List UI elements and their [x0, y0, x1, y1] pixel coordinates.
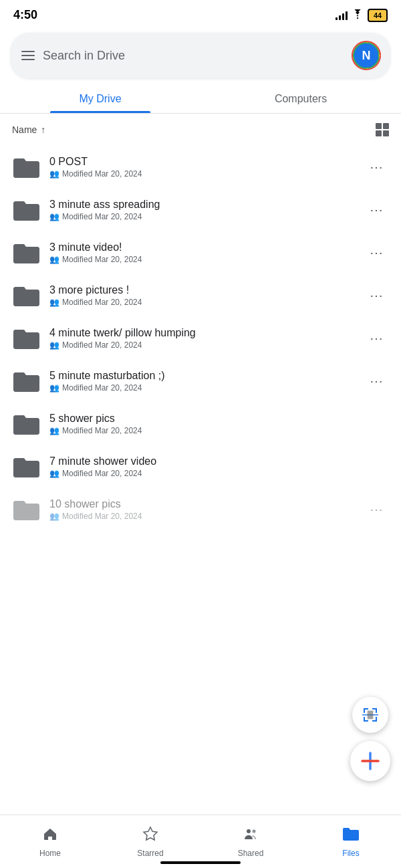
file-info: 0 POST 👥 Modified Mar 20, 2024	[49, 156, 355, 179]
file-meta: 👥 Modified Mar 20, 2024	[49, 512, 355, 521]
nav-files[interactable]: Files	[301, 815, 401, 868]
more-options-button[interactable]: ⋯	[364, 158, 389, 176]
status-icons: 44	[336, 9, 388, 22]
folder-icon	[12, 155, 40, 179]
files-folder-icon	[342, 826, 360, 846]
more-options-button[interactable]: ⋯	[364, 201, 389, 219]
more-options-button[interactable]: ⋯	[364, 244, 389, 261]
file-list: 0 POST 👥 Modified Mar 20, 2024 ⋯ 3 minut…	[0, 146, 401, 584]
svg-point-14	[247, 829, 251, 833]
signal-icon	[336, 11, 348, 20]
nav-shared-label: Shared	[238, 849, 264, 858]
folder-icon	[12, 455, 40, 479]
search-input[interactable]: Search in Drive	[43, 49, 345, 63]
star-icon	[142, 826, 158, 846]
svg-rect-4	[376, 708, 377, 713]
search-bar[interactable]: Search in Drive N	[11, 33, 390, 78]
home-indicator	[160, 861, 241, 864]
file-name: 3 minute ass spreading	[49, 199, 355, 211]
file-name: 10 shower pics	[49, 498, 355, 510]
wifi-icon	[352, 9, 364, 21]
file-meta: 👥 Modified Mar 20, 2024	[49, 298, 355, 307]
home-icon	[42, 826, 58, 846]
list-item[interactable]: 7 minute shower video 👥 Modified Mar 20,…	[0, 445, 401, 488]
list-item[interactable]: 0 POST 👥 Modified Mar 20, 2024 ⋯	[0, 146, 401, 189]
file-name: 3 more pictures !	[49, 284, 355, 296]
tabs: My Drive Computers	[0, 84, 401, 114]
file-name: 7 minute shower video	[49, 455, 355, 467]
file-name: 0 POST	[49, 156, 355, 168]
svg-rect-8	[376, 717, 377, 722]
file-meta: 👥 Modified Mar 20, 2024	[49, 255, 355, 264]
folder-icon	[12, 369, 40, 393]
list-item[interactable]: 4 minute twerk/ pillow humping 👥 Modifie…	[0, 317, 401, 360]
list-item[interactable]: 10 shower pics 👥 Modified Mar 20, 2024 ⋯	[0, 488, 401, 531]
status-time: 4:50	[13, 8, 37, 22]
nav-home-label: Home	[39, 849, 61, 858]
nav-starred[interactable]: Starred	[100, 815, 200, 868]
nav-home[interactable]: Home	[0, 815, 100, 868]
nav-shared[interactable]: Shared	[200, 815, 301, 868]
svg-rect-11	[368, 711, 373, 719]
file-meta: 👥 Modified Mar 20, 2024	[49, 426, 355, 435]
status-bar: 4:50 44	[0, 0, 401, 27]
file-name: 3 minute video!	[49, 241, 355, 253]
file-info: 3 more pictures ! 👥 Modified Mar 20, 202…	[49, 284, 355, 307]
file-meta: 👥 Modified Mar 20, 2024	[49, 212, 355, 221]
file-info: 5 shower pics 👥 Modified Mar 20, 2024	[49, 413, 355, 435]
more-options-button[interactable]: ⋯	[364, 501, 389, 518]
folder-icon	[12, 326, 40, 350]
list-item[interactable]: 5 shower pics 👥 Modified Mar 20, 2024 ⋯	[0, 403, 401, 445]
folder-icon	[12, 498, 40, 522]
file-name: 5 shower pics	[49, 413, 355, 425]
folder-icon	[12, 284, 40, 308]
bottom-nav: Home Starred Shared Files	[0, 815, 401, 868]
file-info: 5 minute masturbation ;) 👥 Modified Mar …	[49, 370, 355, 393]
more-options-button[interactable]: ⋯	[364, 330, 389, 347]
tab-computers[interactable]: Computers	[200, 84, 401, 113]
fab-area	[350, 697, 390, 781]
file-info: 3 minute video! 👥 Modified Mar 20, 2024	[49, 241, 355, 264]
file-name: 5 minute masturbation ;)	[49, 370, 355, 382]
file-meta: 👥 Modified Mar 20, 2024	[49, 169, 355, 179]
grid-view-icon[interactable]	[376, 123, 389, 136]
svg-point-15	[253, 829, 256, 833]
list-item[interactable]: 5 minute masturbation ;) 👥 Modified Mar …	[0, 360, 401, 403]
list-item[interactable]: 3 minute ass spreading 👥 Modified Mar 20…	[0, 189, 401, 231]
file-info: 4 minute twerk/ pillow humping 👥 Modifie…	[49, 327, 355, 350]
svg-point-0	[357, 17, 358, 19]
list-item[interactable]: 3 minute video! 👥 Modified Mar 20, 2024 …	[0, 231, 401, 274]
more-options-button[interactable]: ⋯	[364, 372, 389, 390]
nav-files-label: Files	[342, 849, 359, 858]
menu-icon[interactable]	[21, 51, 35, 60]
folder-icon	[12, 412, 40, 436]
file-meta: 👥 Modified Mar 20, 2024	[49, 383, 355, 393]
scan-button[interactable]	[352, 697, 388, 733]
svg-rect-2	[364, 708, 365, 713]
folder-icon	[12, 198, 40, 222]
tab-my-drive[interactable]: My Drive	[0, 84, 200, 113]
nav-starred-label: Starred	[137, 849, 163, 858]
svg-rect-6	[364, 717, 365, 722]
people-icon	[243, 826, 259, 846]
file-info: 3 minute ass spreading 👥 Modified Mar 20…	[49, 199, 355, 221]
file-meta: 👥 Modified Mar 20, 2024	[49, 469, 355, 478]
file-info: 7 minute shower video 👥 Modified Mar 20,…	[49, 455, 355, 478]
folder-icon	[12, 241, 40, 265]
avatar[interactable]: N	[353, 42, 380, 69]
sort-arrow-icon: ↑	[41, 124, 45, 135]
file-info: 10 shower pics 👥 Modified Mar 20, 2024	[49, 498, 355, 521]
sort-row: Name ↑	[0, 114, 401, 146]
file-name: 4 minute twerk/ pillow humping	[49, 327, 355, 339]
sort-label[interactable]: Name ↑	[12, 124, 45, 135]
battery-icon: 44	[368, 9, 388, 22]
list-item[interactable]: 3 more pictures ! 👥 Modified Mar 20, 202…	[0, 274, 401, 317]
more-options-button[interactable]: ⋯	[364, 287, 389, 304]
add-button[interactable]	[350, 741, 390, 781]
file-meta: 👥 Modified Mar 20, 2024	[49, 340, 355, 350]
